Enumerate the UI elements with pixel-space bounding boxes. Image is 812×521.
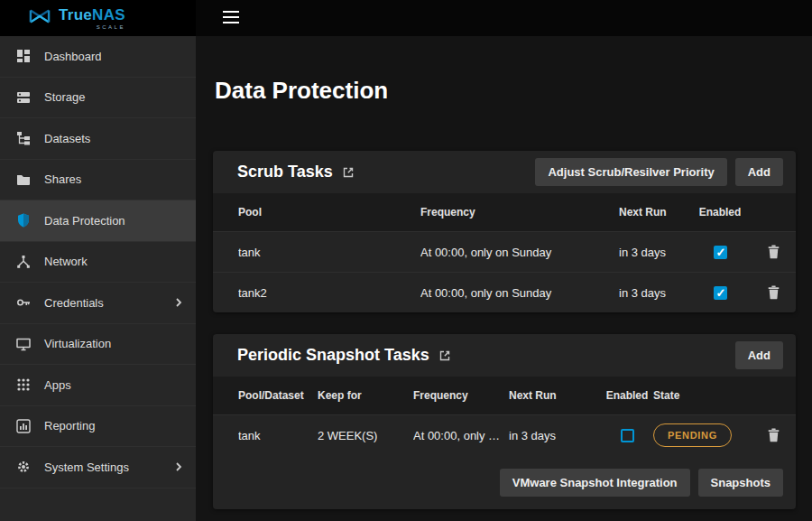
page-title: Data Protection — [215, 77, 388, 105]
apps-grid-icon — [15, 377, 31, 393]
network-icon — [15, 254, 31, 269]
shield-icon — [15, 213, 31, 228]
keep-for-cell: 2 WEEK(S) — [318, 429, 413, 442]
storage-icon — [15, 89, 31, 105]
dashboard-icon — [15, 49, 31, 64]
scrub-table-row: tank2 At 00:00, only on Sunday in 3 days — [213, 272, 796, 312]
sidebar-item-apps[interactable]: Apps — [0, 365, 196, 406]
open-in-new-icon[interactable] — [438, 349, 451, 362]
chevron-right-icon — [174, 462, 183, 471]
sidebar-item-label: Shares — [44, 172, 81, 186]
truenas-logo-text: TrueNAS SCALE — [59, 7, 125, 30]
open-in-new-icon[interactable] — [342, 166, 355, 179]
logo-part-true: True — [59, 6, 92, 23]
top-bar: TrueNAS SCALE — [0, 0, 812, 36]
delete-icon[interactable] — [764, 283, 783, 302]
vmware-snapshot-integration-button[interactable]: VMware Snapshot Integration — [500, 469, 690, 497]
sidebar-item-shares[interactable]: Shares — [0, 160, 196, 201]
scrub-add-button[interactable]: Add — [735, 158, 783, 186]
sidebar-item-label: Network — [44, 255, 88, 268]
frequency-cell: At 00:00, only on Sunday — [420, 286, 619, 300]
sidebar-item-label: Reporting — [44, 419, 95, 433]
scrub-tasks-card: Scrub Tasks Adjust Scrub/Resilver Priori… — [213, 151, 796, 312]
sidebar-item-label: Virtualization — [44, 337, 111, 350]
truenas-logo-icon — [27, 6, 52, 30]
scrub-tasks-title: Scrub Tasks — [237, 163, 333, 181]
snapshot-table-row: tank 2 WEEK(S) At 00:00, only … in 3 day… — [213, 414, 796, 455]
sidebar-item-datasets[interactable]: Datasets — [0, 118, 196, 160]
hamburger-menu-icon[interactable] — [219, 7, 243, 30]
pool-cell: tank2 — [238, 286, 420, 300]
truenas-logo[interactable]: TrueNAS SCALE — [0, 0, 196, 36]
folder-icon — [15, 172, 31, 187]
sidebar-item-label: Apps — [44, 378, 71, 392]
column-header-frequency: Frequency — [420, 206, 619, 219]
sidebar-nav: Dashboard Storage Datasets Shares Data P… — [0, 36, 196, 521]
scrub-table-row: tank At 00:00, only on Sunday in 3 days — [213, 231, 796, 272]
next-run-cell: in 3 days — [619, 286, 693, 300]
sidebar-item-label: System Settings — [44, 461, 129, 474]
column-header-frequency: Frequency — [413, 389, 509, 402]
sidebar-item-dashboard[interactable]: Dashboard — [0, 36, 196, 78]
scrub-table-header: Pool Frequency Next Run Enabled — [213, 193, 796, 231]
pool-dataset-cell: tank — [238, 429, 318, 442]
sidebar-item-label: Credentials — [44, 296, 104, 310]
sidebar-item-virtualization[interactable]: Virtualization — [0, 324, 196, 366]
chevron-right-icon — [174, 298, 183, 307]
column-header-enabled: Enabled — [699, 206, 742, 219]
column-header-keep-for: Keep for — [318, 389, 413, 402]
gear-icon — [15, 460, 31, 475]
bar-chart-icon — [15, 418, 31, 433]
adjust-scrub-resilver-priority-button[interactable]: Adjust Scrub/Resilver Priority — [535, 158, 726, 186]
logo-part-nas: NAS — [92, 6, 125, 23]
enabled-checkbox[interactable] — [714, 286, 727, 300]
sidebar-item-label: Storage — [44, 90, 86, 104]
state-badge[interactable]: PENDING — [653, 423, 732, 447]
snapshots-button[interactable]: Snapshots — [698, 469, 783, 497]
snapshot-table-header: Pool/Dataset Keep for Frequency Next Run… — [213, 377, 796, 414]
logo-scale-label: SCALE — [59, 24, 125, 30]
sidebar-item-label: Data Protection — [44, 214, 125, 228]
scrub-tasks-header: Scrub Tasks Adjust Scrub/Resilver Priori… — [213, 151, 796, 193]
next-run-cell: in 3 days — [509, 429, 601, 442]
sidebar-item-label: Dashboard — [44, 50, 102, 63]
sidebar-item-system-settings[interactable]: System Settings — [0, 447, 196, 488]
sidebar-item-network[interactable]: Network — [0, 242, 196, 284]
snapshot-tasks-title: Periodic Snapshot Tasks — [237, 346, 429, 365]
column-header-state: State — [653, 389, 747, 402]
main-content: Data Protection Scrub Tasks Adjust Scrub… — [196, 36, 812, 521]
column-header-next-run: Next Run — [619, 206, 693, 219]
snapshot-add-button[interactable]: Add — [735, 341, 783, 369]
monitor-icon — [15, 336, 31, 351]
column-header-pool-dataset: Pool/Dataset — [238, 389, 318, 402]
delete-icon[interactable] — [764, 242, 783, 262]
delete-icon[interactable] — [764, 425, 783, 445]
frequency-cell: At 00:00, only on Sunday — [420, 246, 619, 259]
column-header-pool: Pool — [238, 206, 420, 219]
column-header-next-run: Next Run — [509, 389, 601, 402]
sidebar-item-data-protection[interactable]: Data Protection — [0, 200, 196, 242]
enabled-checkbox[interactable] — [714, 246, 727, 259]
key-icon — [15, 295, 31, 311]
datasets-icon — [15, 131, 31, 146]
frequency-cell: At 00:00, only … — [413, 429, 509, 442]
sidebar-item-credentials[interactable]: Credentials — [0, 283, 196, 324]
sidebar-item-reporting[interactable]: Reporting — [0, 406, 196, 448]
sidebar-item-storage[interactable]: Storage — [0, 78, 196, 119]
enabled-checkbox[interactable] — [621, 429, 634, 442]
periodic-snapshot-tasks-card: Periodic Snapshot Tasks Add Pool/Dataset… — [213, 334, 796, 509]
snapshot-card-footer: VMware Snapshot Integration Snapshots — [213, 455, 796, 509]
next-run-cell: in 3 days — [619, 246, 693, 259]
pool-cell: tank — [238, 246, 420, 259]
snapshot-tasks-header: Periodic Snapshot Tasks Add — [213, 334, 796, 377]
sidebar-item-label: Datasets — [44, 132, 90, 145]
column-header-enabled: Enabled — [606, 389, 649, 402]
